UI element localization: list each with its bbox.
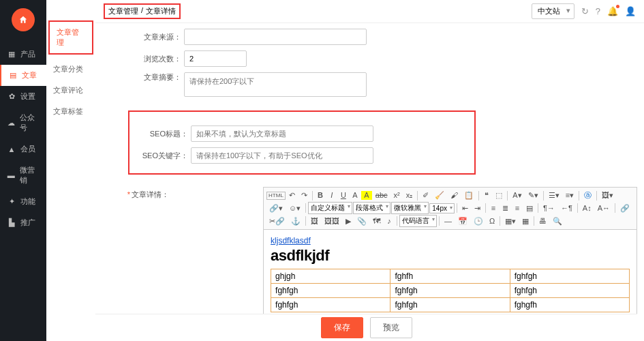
nav-articles[interactable]: ▤文章 xyxy=(0,65,46,86)
subnav-article-manage[interactable]: 文章管理 xyxy=(48,20,93,55)
subnav-article-comment[interactable]: 文章评论 xyxy=(46,80,95,101)
align-left-button[interactable]: ≡ xyxy=(488,203,499,214)
time-button[interactable]: 🕒 xyxy=(471,216,486,227)
strike-button[interactable]: abc xyxy=(373,190,390,201)
secondary-nav: 文章管理 文章分类 文章评论 文章标签 xyxy=(46,0,95,341)
underline-button[interactable]: U xyxy=(338,190,349,201)
subnav-article-category[interactable]: 文章分类 xyxy=(46,59,95,80)
hr-button[interactable]: — xyxy=(442,216,455,227)
wechat-icon: ☁ xyxy=(7,119,16,128)
eraser-button[interactable]: ✐ xyxy=(420,190,431,201)
special-button[interactable]: Ω xyxy=(487,216,497,227)
home-button[interactable] xyxy=(12,8,35,31)
superscript-button[interactable]: x² xyxy=(391,190,403,201)
marketing-icon: ▬ xyxy=(7,171,16,179)
textcolor-picker[interactable]: A▾ xyxy=(510,190,524,201)
emoji-button[interactable]: ☺▾ xyxy=(286,203,303,214)
style-select[interactable]: 自定义标题 xyxy=(308,202,352,214)
font-select[interactable]: 微软雅黑 xyxy=(391,202,429,214)
user-avatar-icon[interactable]: 👤 xyxy=(625,6,636,16)
detail-label: *文章详情： xyxy=(95,187,172,200)
ul-button[interactable]: ☰▾ xyxy=(546,190,562,201)
primary-nav: ▦产品 ▤文章 ✿设置 ☁公众号 ▲会员 ▬微营销 ✦功能 ▙推广 xyxy=(0,0,46,341)
bgcolor-button[interactable]: A xyxy=(361,191,372,200)
page-header: 文章管理 / 文章详情 中文站 ↻ ? 🔔 👤 xyxy=(95,0,644,23)
breadcrumb: 文章管理 / 文章详情 xyxy=(104,3,181,19)
redo-button[interactable]: ↷ xyxy=(298,190,310,201)
source-input[interactable] xyxy=(184,29,367,45)
subnav-article-tag[interactable]: 文章标签 xyxy=(46,101,95,122)
outdent-button[interactable]: ⇤ xyxy=(459,203,471,214)
views-input[interactable] xyxy=(184,50,247,67)
nav-products[interactable]: ▦产品 xyxy=(0,44,46,65)
rtl-button[interactable]: ←¶ xyxy=(558,203,575,214)
summary-input[interactable] xyxy=(184,72,367,97)
unlink-button[interactable]: ✂🔗 xyxy=(266,216,288,227)
anchor-button[interactable]: ⓐ xyxy=(581,190,594,201)
bold-button[interactable]: B xyxy=(315,190,326,201)
shading-button[interactable]: ▦ xyxy=(519,216,532,227)
fontcolor-button[interactable]: A xyxy=(350,190,361,201)
lineheight-button[interactable]: A↕ xyxy=(580,203,594,214)
gallery-button[interactable]: 🖼 xyxy=(308,216,321,227)
formatbrush-button[interactable]: 🖌 xyxy=(448,190,461,201)
seo-keywords-input[interactable] xyxy=(191,147,373,164)
align-center-button[interactable]: ≣ xyxy=(500,203,511,214)
search-button[interactable]: 🔍 xyxy=(550,216,565,227)
html-source-button[interactable]: HTML xyxy=(266,192,286,200)
music-button[interactable]: ♪ xyxy=(384,216,395,227)
nav-settings[interactable]: ✿设置 xyxy=(0,86,46,107)
user-icon: ▲ xyxy=(7,145,16,153)
clearformat-button[interactable]: 🧹 xyxy=(432,190,447,201)
align-right-button[interactable]: ≡ xyxy=(512,203,523,214)
italic-button[interactable]: I xyxy=(326,190,337,201)
code-button[interactable]: ⬚ xyxy=(493,190,505,201)
attach-button[interactable]: 📎 xyxy=(354,216,369,227)
document-icon: ▤ xyxy=(8,71,18,80)
content-table: ghjghfghfhfghfgh fghfghfghfghfghfgh fghf… xyxy=(271,269,630,312)
views-label: 浏览次数： xyxy=(95,54,184,64)
content-link[interactable]: kljsdfklasdf xyxy=(271,236,311,246)
indent-button[interactable]: ⇥ xyxy=(472,203,483,214)
save-button[interactable]: 保存 xyxy=(321,317,363,338)
video-button[interactable]: ▶ xyxy=(343,216,354,227)
seo-section: SEO标题： SEO关键字： xyxy=(128,110,476,175)
hilite-picker[interactable]: ✎▾ xyxy=(525,190,541,201)
align-justify-button[interactable]: ▤ xyxy=(523,203,536,214)
editor-toolbar: HTML ↶ ↷ B I U A A abc x² x₂ ✐ 🧹 🖌 📋 ❝ ⬚ xyxy=(263,187,637,230)
nav-wechat[interactable]: ☁公众号 xyxy=(0,107,46,138)
help-icon[interactable]: ? xyxy=(596,6,600,16)
seo-keywords-label: SEO关键字： xyxy=(136,151,191,161)
date-button[interactable]: 📅 xyxy=(455,216,470,227)
codelang-select[interactable]: 代码语言 xyxy=(399,215,437,227)
paste-button[interactable]: 📋 xyxy=(461,190,476,201)
undo-button[interactable]: ↶ xyxy=(286,190,298,201)
refresh-icon[interactable]: ↻ xyxy=(581,6,589,16)
grid-icon: ▦ xyxy=(7,50,16,59)
paragraph-select[interactable]: 段落格式 xyxy=(353,202,390,214)
seo-title-input[interactable] xyxy=(191,125,373,142)
print-button[interactable]: 🖶 xyxy=(536,216,549,227)
nav-members[interactable]: ▲会员 xyxy=(0,138,46,160)
fontsize-select[interactable]: 14px xyxy=(429,203,455,213)
language-select[interactable]: 中文站 xyxy=(532,3,574,19)
ol-button[interactable]: ≡▾ xyxy=(563,190,577,201)
link-button[interactable]: 🔗▾ xyxy=(266,203,286,214)
image-button[interactable]: 🖼▾ xyxy=(599,190,616,201)
bell-icon[interactable]: 🔔 xyxy=(607,6,618,16)
ltr-button[interactable]: ¶→ xyxy=(540,203,557,214)
quote-button[interactable]: ❝ xyxy=(481,190,492,201)
table-button[interactable]: ▦▾ xyxy=(502,216,519,227)
breadcrumb-parent[interactable]: 文章管理 xyxy=(108,6,138,16)
summary-label: 文章摘要： xyxy=(95,72,184,83)
letterspace-button[interactable]: A↔ xyxy=(595,203,613,214)
subscript-button[interactable]: x₂ xyxy=(403,190,416,201)
preview-button[interactable]: 预览 xyxy=(370,317,412,338)
nav-marketing[interactable]: ▬微营销 xyxy=(0,160,46,191)
map-button[interactable]: 🗺 xyxy=(370,216,383,227)
multi-image-button[interactable]: 🖼🖼 xyxy=(322,216,342,227)
link2-button[interactable]: 🔗 xyxy=(617,203,632,214)
anchor2-button[interactable]: ⚓ xyxy=(288,216,303,227)
nav-promotion[interactable]: ▙推广 xyxy=(0,212,46,233)
nav-features[interactable]: ✦功能 xyxy=(0,191,46,212)
